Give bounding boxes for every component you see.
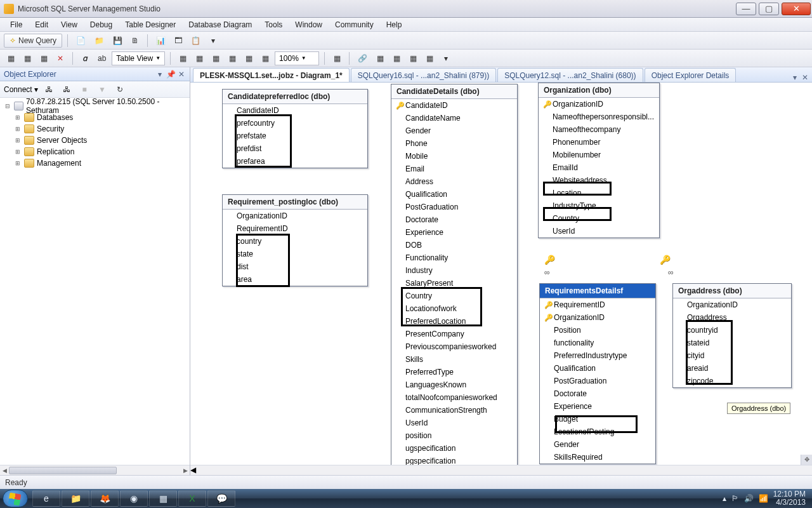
table-column[interactable]: Previouscompaniesworked <box>391 340 517 353</box>
table-column[interactable]: Email <box>391 163 517 175</box>
expand-icon[interactable]: ⊞ <box>14 137 22 144</box>
table-column[interactable]: PresentCompany <box>391 328 517 340</box>
table-column[interactable]: Budget <box>540 413 655 425</box>
table-column[interactable]: CandidateName <box>391 112 517 124</box>
tree-management[interactable]: ⊞Management <box>1 157 188 169</box>
table-column[interactable]: CandidateID <box>223 104 367 117</box>
tree-replication[interactable]: ⊞Replication <box>1 146 188 157</box>
show-hidden-icon[interactable]: ▴ <box>723 494 726 503</box>
scroll-left-icon[interactable]: ◀ <box>0 465 9 476</box>
table-column[interactable]: Country <box>391 290 517 302</box>
show-relationship-labels-icon[interactable]: ▦ <box>176 51 190 65</box>
table-column[interactable]: 🔑OrganizationID <box>540 311 655 324</box>
taskbar-ie-icon[interactable]: e <box>32 490 60 507</box>
table-column[interactable]: position <box>391 429 517 442</box>
relationships-icon[interactable]: ɑ <box>78 51 92 65</box>
table-column[interactable]: Address <box>391 175 517 188</box>
table-requirementsdetails[interactable]: RequirementsDetailsf 🔑RequirementID🔑Orga… <box>539 283 656 464</box>
table-column[interactable]: Mobilenumber <box>539 149 659 161</box>
arrange-selection-icon[interactable]: ▦ <box>242 51 256 65</box>
table-column[interactable]: zipcode <box>673 375 791 387</box>
table-candidatedetails[interactable]: CandidateDetails (dbo) 🔑CandidateIDCandi… <box>391 84 518 465</box>
template-explorer-icon[interactable]: ▾ <box>206 34 220 48</box>
generate-script-icon[interactable]: ▦ <box>422 51 436 65</box>
tray-clock[interactable]: 12:10 PM 4/3/2013 <box>773 490 806 507</box>
table-column[interactable]: state <box>223 248 367 260</box>
table-orgaddress[interactable]: Orgaddress (dbo) OrganizationIDOrgaddres… <box>672 283 792 388</box>
table-column[interactable]: LanguagesKnown <box>391 378 517 391</box>
taskbar-gtalk-icon[interactable]: 💬 <box>207 490 235 507</box>
table-header[interactable]: RequirementsDetailsf <box>540 284 655 298</box>
table-header[interactable]: Organization (dbo) <box>539 83 659 98</box>
autosize-icon[interactable]: ▦ <box>225 51 239 65</box>
add-related-icon[interactable]: ✕ <box>53 51 67 65</box>
table-column[interactable]: IndustryType <box>539 199 659 212</box>
table-column[interactable]: Functionality <box>391 251 517 264</box>
tree-server-node[interactable]: ⊟ 70.87.28.215 (SQL Server 10.50.2500 - … <box>1 100 188 112</box>
arrange-tables-icon[interactable]: ▦ <box>258 51 272 65</box>
table-column[interactable]: Qualification <box>391 188 517 201</box>
volume-icon[interactable]: 🔊 <box>744 494 754 503</box>
manage-constraints-icon[interactable]: ▦ <box>406 51 420 65</box>
close-document-icon[interactable]: ✕ <box>801 73 809 82</box>
expand-icon[interactable]: ⊞ <box>14 114 22 121</box>
table-column[interactable]: Location <box>539 187 659 199</box>
filter-icon[interactable]: ▼ <box>95 83 109 97</box>
object-explorer-icon[interactable]: 📋 <box>188 34 204 48</box>
add-table-icon[interactable]: ▦ <box>37 51 51 65</box>
table-header[interactable]: Orgaddress (dbo) <box>673 284 791 298</box>
table-column[interactable]: SalaryPresent <box>391 277 517 290</box>
table-column[interactable]: LocationofPosting <box>540 425 655 438</box>
collapse-icon[interactable]: ⊟ <box>4 103 11 109</box>
disconnect-icon[interactable]: 🖧 <box>60 83 74 97</box>
network-icon[interactable]: 📶 <box>759 494 768 503</box>
table-column[interactable]: Nameofthepersonresponsibl... <box>539 110 659 123</box>
menu-debug[interactable]: Debug <box>84 19 119 30</box>
save-icon[interactable]: 💾 <box>110 34 126 48</box>
dropdown-icon[interactable]: ▾ <box>155 70 164 79</box>
table-column[interactable]: PostGraduation <box>540 375 655 387</box>
diagram-canvas[interactable]: Candidatepreferredloc (dbo) CandidateID … <box>190 83 812 465</box>
table-column[interactable]: Locationofwork <box>391 302 517 315</box>
scroll-thumb[interactable] <box>9 467 117 474</box>
scroll-right-icon[interactable]: ▶ <box>190 474 812 475</box>
tree-server-objects[interactable]: ⊞Server Objects <box>1 135 188 146</box>
table-column[interactable]: EmailId <box>539 161 659 174</box>
table-column[interactable]: Skills <box>391 353 517 366</box>
tab-sqlquery12[interactable]: SQLQuery12.sql - ...an2_Shalini (680)) <box>497 68 643 82</box>
close-icon[interactable]: ✕ <box>177 70 186 79</box>
table-column[interactable]: prefarea <box>223 155 367 168</box>
stop-icon[interactable]: ■ <box>77 83 91 97</box>
open-icon[interactable]: 📁 <box>91 34 107 48</box>
table-column[interactable]: Mobile <box>391 150 517 163</box>
table-column[interactable]: Gender <box>391 124 517 137</box>
menu-window[interactable]: Window <box>289 19 329 30</box>
table-column[interactable]: dist <box>223 260 367 273</box>
taskbar-excel-icon[interactable]: X <box>178 490 206 507</box>
menu-database-diagram[interactable]: Database Diagram <box>182 19 258 30</box>
table-column[interactable]: RequirementID <box>223 222 367 235</box>
table-column[interactable]: PreferredIndustrytype <box>540 349 655 362</box>
table-column[interactable]: area <box>223 273 367 286</box>
table-column[interactable]: functionality <box>540 337 655 349</box>
table-column[interactable]: UserId <box>539 225 659 237</box>
activity-monitor-icon[interactable]: 📊 <box>153 34 169 48</box>
table-column[interactable]: Orgaddress <box>673 311 791 324</box>
table-column[interactable]: prefstate <box>223 130 367 142</box>
table-header[interactable]: CandidateDetails (dbo) <box>391 84 517 99</box>
new-project-icon[interactable]: 📄 <box>73 34 89 48</box>
table-column[interactable]: totalNoofcompaniesworked <box>391 391 517 404</box>
menu-file[interactable]: File <box>4 19 29 30</box>
table-column[interactable]: PostGraduation <box>391 201 517 213</box>
table-column[interactable]: pgspecification <box>391 455 517 465</box>
table-column[interactable]: stateid <box>673 337 791 349</box>
table-column[interactable]: Doctorate <box>391 213 517 226</box>
table-candidatepreferredloc[interactable]: Candidatepreferredloc (dbo) CandidateID … <box>222 89 368 168</box>
text-annotation-icon[interactable]: ab <box>95 51 109 65</box>
table-view-dropdown[interactable]: Table View ▼ <box>112 51 165 65</box>
save-all-icon[interactable]: 🗎 <box>128 34 142 48</box>
table-column[interactable]: Gender <box>540 438 655 451</box>
expand-icon[interactable]: ⊞ <box>14 126 22 132</box>
table-column[interactable]: Country <box>539 212 659 225</box>
table-column[interactable]: Nameofthecompany <box>539 123 659 136</box>
